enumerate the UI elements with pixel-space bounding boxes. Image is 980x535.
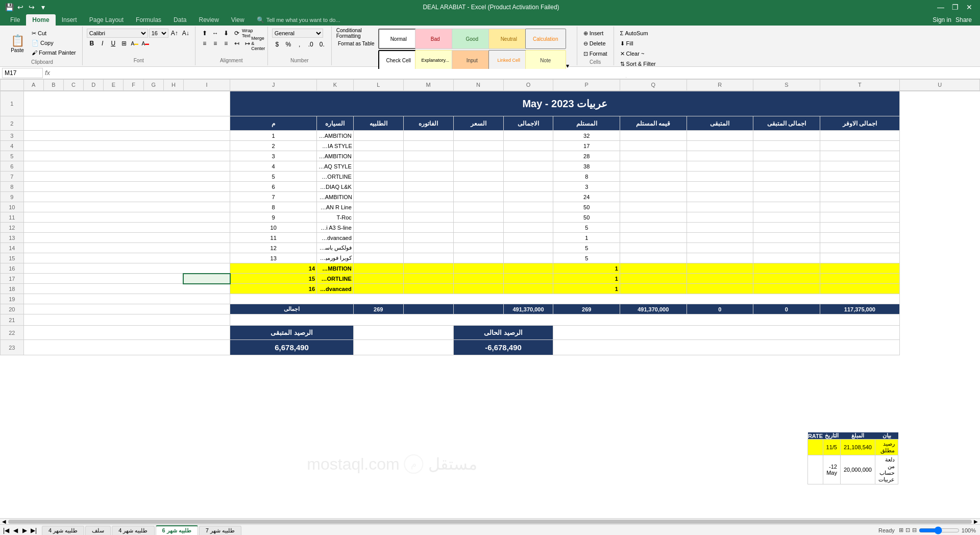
autosum-button[interactable]: Σ AutoSum [618,29,650,38]
col-header-h[interactable]: H [163,80,183,91]
page-layout-button[interactable]: ⊡ [905,527,910,533]
increase-decimal-button[interactable]: 0. [317,40,327,49]
save-icon[interactable]: 💾 [4,2,14,12]
style-check-cell[interactable]: Check Cell [378,50,419,70]
col-header-d[interactable]: D [84,80,104,91]
sheet-nav-buttons[interactable]: |◀ ◀ ▶ ▶| [0,527,40,534]
align-left-button[interactable]: ≡ [200,39,210,48]
decrease-font-button[interactable]: A↓ [181,29,191,38]
empty-cell[interactable] [23,91,230,116]
style-calculation[interactable]: Calculation [525,29,566,49]
sheet-tab-5[interactable]: طلبيه شهر 7 [199,526,241,535]
col-header-u[interactable]: U [900,80,980,91]
info-date-1[interactable]: 11/5 [823,440,840,455]
col-header-o[interactable]: O [503,80,553,91]
clear-button[interactable]: ✕ Clear ~ [618,49,647,58]
zoom-slider[interactable] [919,526,960,534]
col-header-b[interactable]: B [43,80,63,91]
restore-button[interactable]: ❐ [948,1,962,14]
col-header-r[interactable]: R [687,80,753,91]
align-bottom-button[interactable]: ⬇ [221,29,231,38]
info-bayan-2[interactable]: دلعة من حساب عربيات [875,455,898,484]
paste-button[interactable]: 📋 Paste [6,29,29,58]
sort-filter-button[interactable]: ⇅ Sort & Filter [618,59,658,68]
last-sheet-button[interactable]: ▶| [30,527,38,534]
conditional-formatting-button[interactable]: Conditional Formatting [336,29,377,38]
minimize-button[interactable]: — [934,1,947,14]
share-button[interactable]: Share [955,16,972,23]
normal-view-button[interactable]: ⊞ [899,527,903,533]
tab-insert[interactable]: Insert [56,14,83,26]
col-header-t[interactable]: T [820,80,900,91]
style-note[interactable]: Note [525,50,566,70]
col-header-k[interactable]: K [317,80,354,91]
format-as-table-button[interactable]: Format as Table [336,39,377,48]
tab-review[interactable]: Review [192,14,225,26]
style-bad[interactable]: Bad [415,29,456,49]
col-header-f[interactable]: F [124,80,143,91]
align-middle-button[interactable]: ↔ [210,29,220,38]
col-header-g[interactable]: G [143,80,163,91]
increase-font-button[interactable]: A↑ [169,29,180,38]
close-button[interactable]: ✕ [963,1,976,14]
window-controls[interactable]: — ❐ ✕ [934,1,976,14]
format-painter-button[interactable]: 🖌 Format Painter [30,48,78,57]
sheet-tab-1[interactable]: طلبيه شهر 4 [42,526,84,535]
style-neutral[interactable]: Neutral [488,29,529,49]
sheet-tab-3[interactable]: طلبيه شهر 4 [112,526,154,535]
style-input[interactable]: Input [452,50,493,70]
tab-formulas[interactable]: Formulas [130,14,167,26]
col-header-m[interactable]: M [403,80,453,91]
font-color-button[interactable]: A▬ [140,39,151,48]
undo-icon[interactable]: ↩ [15,2,26,12]
name-box[interactable]: M17 [2,68,43,78]
col-header-s[interactable]: S [753,80,820,91]
fill-color-button[interactable]: A▬ [130,39,140,48]
sheet-tab-4[interactable]: طلبيه شهر 6 [156,525,198,535]
col-header-a[interactable]: A [23,80,43,91]
fill-button[interactable]: ⬇ Fill [618,39,635,48]
merge-center-button[interactable]: Merge & Center [253,39,263,48]
tab-view[interactable]: View [225,14,251,26]
redo-icon[interactable]: ↪ [27,2,37,12]
style-good[interactable]: Good [452,29,493,49]
italic-button[interactable]: I [97,39,108,48]
col-header-i[interactable]: I [183,80,230,91]
formula-input[interactable] [52,69,978,77]
currency-button[interactable]: $ [272,40,282,49]
info-rate-1[interactable] [808,440,823,455]
bold-button[interactable]: B [87,39,97,48]
info-amount-1[interactable]: 21,108,540 [840,440,875,455]
scroll-right-button[interactable]: ▶ [974,519,978,524]
info-bayan-1[interactable]: رصيد مطلق [875,440,898,455]
style-linked-cell[interactable]: Linked Cell [488,50,529,70]
format-button[interactable]: ⊡ Format [581,49,609,58]
quick-access-toolbar[interactable]: 💾 ↩ ↪ ▾ [4,2,48,12]
font-size-select[interactable]: 16 [149,29,168,38]
col-header-l[interactable]: L [353,80,403,91]
first-sheet-button[interactable]: |◀ [2,527,10,534]
col-header-p[interactable]: P [553,80,620,91]
comma-button[interactable]: , [295,40,305,49]
customize-qat-icon[interactable]: ▾ [38,2,48,12]
style-explanatory[interactable]: Explanatory... [415,50,456,70]
align-right-button[interactable]: ≡ [221,39,231,48]
page-break-button[interactable]: ⊟ [912,527,917,533]
col-header-n[interactable]: N [453,80,503,91]
number-format-select[interactable]: General [272,29,323,38]
copy-button[interactable]: 📄 Copy [30,38,78,47]
col-header-q[interactable]: Q [620,80,687,91]
decrease-decimal-button[interactable]: .0 [306,40,316,49]
align-center-button[interactable]: ≡ [210,39,220,48]
empty-cell[interactable] [23,116,230,131]
border-button[interactable]: ⊞ [119,39,129,48]
font-name-select[interactable]: Calibri [87,29,148,38]
ribbon-tabs[interactable]: File Home Insert Page Layout Formulas Da… [0,14,980,26]
col-header-c[interactable]: C [64,80,84,91]
next-sheet-button[interactable]: ▶ [20,527,29,534]
align-top-button[interactable]: ⬆ [200,29,210,38]
tab-pagelayout[interactable]: Page Layout [83,14,130,26]
info-rate-2[interactable] [808,455,823,484]
tab-data[interactable]: Data [167,14,192,26]
col-header-j[interactable]: J [230,80,317,91]
